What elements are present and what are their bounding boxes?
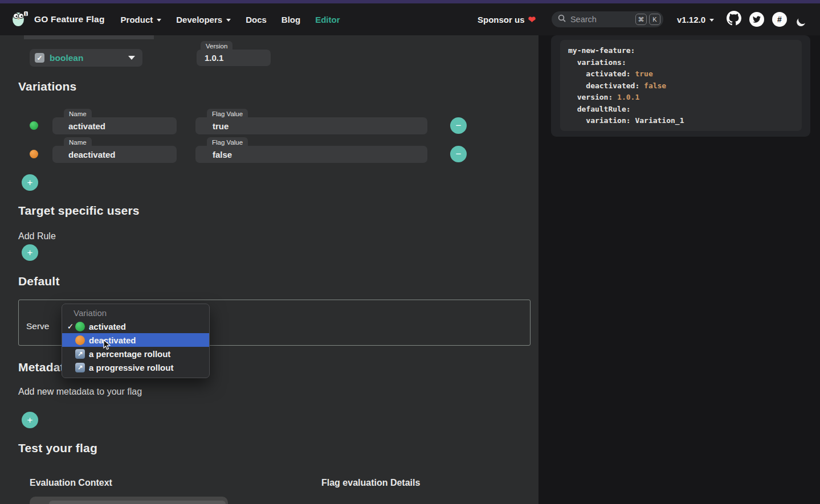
flag-type-select[interactable]: ✓ boolean: [30, 49, 142, 67]
svg-text:1: 1: [25, 12, 27, 16]
orange-dot-icon: [75, 335, 85, 345]
version-input[interactable]: 1.0.1: [197, 50, 271, 66]
evaluation-context-editor-inner: [49, 501, 226, 504]
code-line: my-new-feature:: [568, 45, 794, 57]
add-rule-button[interactable]: +: [22, 244, 38, 261]
green-dot-icon: [75, 322, 85, 331]
search-placeholder: Search: [570, 15, 633, 24]
twitter-icon[interactable]: [749, 12, 764, 27]
yaml-preview-panel: my-new-feature: variations: activated: t…: [551, 35, 810, 137]
check-icon: ✓: [66, 322, 75, 331]
remove-variation-button[interactable]: −: [450, 117, 467, 134]
evaluation-context-heading: Evaluation Context: [30, 478, 112, 488]
version-dropdown[interactable]: v1.12.0: [677, 15, 714, 24]
nav-item-editor[interactable]: Editor: [315, 15, 340, 24]
navbar: 1 GO Feature Flag Product Developers Doc…: [0, 3, 820, 35]
variation-value-input[interactable]: true: [195, 117, 427, 134]
code-line: defaultRule:: [568, 104, 794, 116]
mouse-cursor-icon: [103, 339, 111, 350]
variation-name-input[interactable]: deactivated: [52, 146, 177, 163]
chevron-down-icon: [157, 19, 161, 22]
nav-item-docs[interactable]: Docs: [246, 15, 267, 24]
code-line: variation: Variation_1: [568, 115, 794, 127]
green-dot-icon: [30, 121, 38, 130]
dropdown-item-activated[interactable]: ✓ activated: [62, 319, 209, 333]
slack-icon[interactable]: #: [772, 12, 787, 27]
code-line: variations:: [568, 57, 794, 69]
orange-dot-icon: [30, 150, 38, 158]
heart-icon: ❤: [528, 14, 536, 25]
sponsor-link[interactable]: Sponsor us ❤: [478, 14, 536, 25]
rollout-arrow-icon: ↗: [75, 349, 85, 359]
add-metadata-button[interactable]: +: [22, 412, 38, 428]
nav-links: Product Developers Docs Blog Editor: [121, 15, 340, 24]
add-rule-label: Add Rule: [18, 231, 56, 241]
nav-item-developers[interactable]: Developers: [176, 15, 231, 24]
chevron-down-icon: [226, 19, 231, 22]
chevron-down-icon: [128, 56, 135, 60]
search-icon: [558, 14, 566, 24]
gopher-logo-icon: 1: [10, 9, 28, 30]
variation-name-input[interactable]: activated: [52, 117, 177, 134]
variations-heading: Variations: [18, 80, 76, 93]
dark-mode-icon[interactable]: [795, 12, 810, 27]
scrolled-field-edge: [24, 35, 154, 39]
dropdown-item-percentage-rollout[interactable]: ↗ a percentage rollout: [62, 347, 209, 360]
flag-type-value: boolean: [50, 53, 128, 63]
test-flag-heading: Test your flag: [18, 441, 97, 455]
remove-variation-button[interactable]: −: [450, 146, 467, 162]
dropdown-item-progressive-rollout[interactable]: ↗ a progressive rollout: [62, 360, 209, 374]
github-icon[interactable]: [727, 11, 741, 28]
navbar-right: Sponsor us ❤ Search ⌘ K v1.12.0: [478, 11, 810, 28]
serve-label: Serve: [26, 321, 50, 331]
yaml-code-block[interactable]: my-new-feature: variations: activated: t…: [560, 40, 802, 131]
checkbox-icon: ✓: [35, 53, 44, 63]
nav-item-product[interactable]: Product: [121, 15, 162, 24]
nav-item-blog[interactable]: Blog: [282, 15, 300, 24]
metadata-description: Add new metadata to your flag: [18, 387, 142, 397]
brand[interactable]: 1 GO Feature Flag: [10, 9, 105, 30]
brand-title: GO Feature Flag: [34, 14, 105, 24]
rollout-arrow-icon: ↗: [75, 363, 85, 372]
k-keycap: K: [649, 14, 660, 25]
code-line: deactivated: false: [568, 80, 794, 92]
variation-value-input[interactable]: false: [195, 146, 427, 163]
flag-evaluation-details-heading: Flag evaluation Details: [321, 478, 420, 488]
code-line: activated: true: [568, 68, 794, 80]
dropdown-header: Variation: [62, 307, 209, 319]
default-heading: Default: [18, 274, 60, 288]
cmd-keycap: ⌘: [635, 14, 647, 25]
variation-dropdown-menu: Variation ✓ activated deactivated ↗ a pe…: [62, 304, 210, 378]
go-feature-flag-editor-page: 1 GO Feature Flag Product Developers Doc…: [0, 0, 820, 504]
target-users-heading: Target specific users: [18, 204, 140, 218]
dropdown-item-deactivated[interactable]: deactivated: [62, 333, 209, 347]
chevron-down-icon: [709, 19, 714, 22]
add-variation-button[interactable]: +: [22, 174, 38, 191]
search-input[interactable]: Search ⌘ K: [552, 11, 663, 27]
code-line: version: 1.0.1: [568, 92, 794, 104]
